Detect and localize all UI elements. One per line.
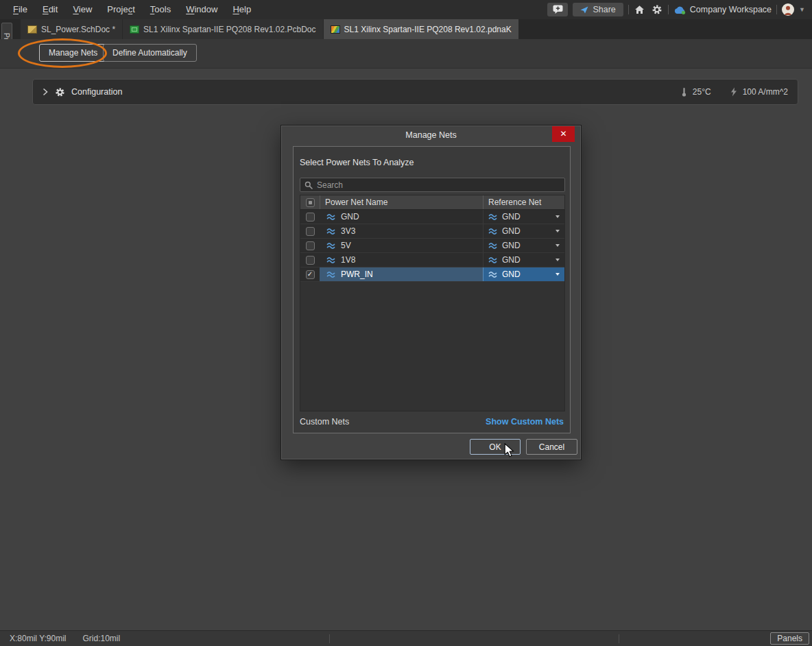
net-icon: [488, 256, 498, 264]
column-header-power-net-name[interactable]: Power Net Name: [320, 195, 483, 209]
reference-net-name: GND: [502, 270, 521, 279]
reference-net-name: GND: [502, 255, 521, 265]
reference-net-name: GND: [502, 212, 521, 222]
table-row[interactable]: 5V GND: [300, 239, 564, 253]
net-name: 3V3: [341, 226, 355, 236]
reference-net-dropdown[interactable]: GND: [483, 267, 564, 281]
column-header-reference-net[interactable]: Reference Net: [483, 195, 564, 209]
search-icon: [304, 181, 313, 189]
dialog-title: Manage Nets: [282, 126, 580, 144]
pcb-doc-icon: [130, 25, 139, 34]
section-label: Select Power Nets To Analyze: [300, 158, 414, 167]
menu-project[interactable]: Project: [99, 0, 142, 19]
ok-button[interactable]: OK: [470, 439, 521, 455]
panels-button[interactable]: Panels: [770, 632, 809, 645]
table-row[interactable]: 3V3 GND: [300, 224, 564, 239]
power-net-cell[interactable]: 5V: [320, 239, 483, 252]
topbar-divider: [628, 5, 629, 14]
manage-nets-button[interactable]: Manage Nets: [39, 44, 107, 62]
menu-view[interactable]: View: [65, 0, 99, 19]
avatar-dropdown-caret-icon[interactable]: ▼: [799, 6, 805, 13]
statusbar-divider: [619, 634, 619, 643]
comment-icon: [553, 5, 563, 14]
schematic-doc-icon: [27, 25, 37, 34]
grid-setting: Grid:10mil: [82, 634, 120, 643]
manage-nets-dialog: Manage Nets ✕ Select Power Nets To Analy…: [281, 125, 581, 459]
row-checkbox[interactable]: [306, 270, 315, 279]
net-icon: [326, 242, 336, 250]
config-readouts: 25°C 100 A/mm^2: [681, 87, 788, 97]
select-all-checkbox[interactable]: [306, 198, 315, 207]
reference-net-dropdown[interactable]: GND: [483, 253, 564, 267]
menu-edit[interactable]: Edit: [35, 0, 65, 19]
reference-net-dropdown[interactable]: GND: [483, 224, 564, 238]
workspace-button[interactable]: Company Workspace: [673, 5, 772, 14]
pdn-analyzer-doc-icon: [331, 25, 340, 34]
menu-window[interactable]: Window: [178, 0, 225, 19]
menu-file[interactable]: File: [5, 0, 35, 19]
pdn-toolbar: Manage Nets Define Automatically: [0, 39, 812, 69]
custom-nets-label: Custom Nets: [300, 417, 349, 427]
menu-tools[interactable]: Tools: [143, 0, 178, 19]
app-window: File Edit View Project Tools Window Help…: [0, 0, 812, 646]
custom-nets-row: Custom Nets Show Custom Nets: [300, 417, 564, 427]
dropdown-caret-icon: [556, 215, 560, 218]
home-icon[interactable]: [634, 3, 646, 16]
topbar-divider: [776, 5, 777, 14]
dialog-close-button[interactable]: ✕: [552, 126, 575, 142]
tab-pdna[interactable]: SL1 Xilinx Spartan-IIE PQ208 Rev1.02.pdn…: [324, 19, 518, 39]
configuration-bar[interactable]: Configuration 25°C 100 A/mm^2: [32, 79, 798, 105]
temperature-value: 25°C: [693, 87, 711, 97]
power-net-cell[interactable]: 3V3: [320, 224, 483, 238]
row-checkbox[interactable]: [306, 256, 315, 265]
dialog-title-bar[interactable]: Manage Nets ✕: [282, 126, 580, 145]
net-name: GND: [341, 212, 359, 222]
statusbar-divider: [329, 634, 330, 643]
thermometer-icon: [681, 87, 687, 97]
table-row[interactable]: PWR_IN GND: [300, 267, 564, 282]
nets-table-body: GND GND 3V3: [300, 210, 564, 411]
table-row[interactable]: 1V8 GND: [300, 253, 564, 267]
cancel-button[interactable]: Cancel: [526, 439, 577, 455]
define-automatically-button[interactable]: Define Automatically: [103, 44, 197, 62]
config-section-title: Configuration: [71, 87, 122, 97]
row-checkbox[interactable]: [306, 227, 315, 236]
menu-help[interactable]: Help: [225, 0, 259, 19]
search-input[interactable]: Search: [300, 178, 565, 192]
table-header: Power Net Name Reference Net: [300, 195, 564, 210]
row-checkbox[interactable]: [306, 241, 315, 250]
row-checkbox[interactable]: [306, 213, 315, 222]
tab-label: SL1 Xilinx Spartan-IIE PQ208 Rev1.02.pdn…: [344, 25, 512, 34]
dropdown-caret-icon: [556, 244, 560, 247]
comment-button[interactable]: [547, 3, 568, 16]
share-button[interactable]: Share: [573, 3, 623, 16]
table-row[interactable]: GND GND: [300, 210, 564, 224]
power-net-cell[interactable]: PWR_IN: [320, 267, 483, 281]
user-avatar[interactable]: [782, 3, 794, 16]
lightning-icon: [730, 87, 737, 97]
document-tab-bar: SL_Power.SchDoc * SL1 Xilinx Spartan-IIE…: [0, 19, 812, 39]
tab-schdoc[interactable]: SL_Power.SchDoc *: [21, 19, 122, 39]
current-density-value: 100 A/mm^2: [743, 87, 788, 97]
power-net-cell[interactable]: GND: [320, 210, 483, 224]
dropdown-caret-icon: [556, 259, 560, 261]
dropdown-caret-icon: [556, 230, 560, 232]
net-icon: [326, 213, 336, 221]
main-menu: File Edit View Project Tools Window Help: [0, 0, 259, 19]
tab-pcbdoc[interactable]: SL1 Xilinx Spartan-IIE PQ208 Rev1.02.Pcb…: [123, 19, 322, 39]
status-bar: X:80mil Y:90mil Grid:10mil Panels: [0, 630, 812, 646]
cursor-coordinates: X:80mil Y:90mil: [10, 634, 66, 643]
share-label: Share: [593, 5, 615, 14]
show-custom-nets-link[interactable]: Show Custom Nets: [486, 417, 564, 427]
topbar-right-cluster: Share Company Workspace ▼: [547, 0, 812, 19]
chevron-right-icon: [43, 88, 48, 96]
share-plane-icon: [580, 6, 588, 14]
dropdown-caret-icon: [556, 273, 560, 276]
net-icon: [488, 213, 498, 221]
net-name: PWR_IN: [341, 270, 373, 279]
power-net-cell[interactable]: 1V8: [320, 253, 483, 267]
reference-net-dropdown[interactable]: GND: [483, 239, 564, 252]
net-icon: [326, 228, 336, 235]
reference-net-dropdown[interactable]: GND: [483, 210, 564, 224]
settings-gear-icon[interactable]: [651, 3, 663, 16]
